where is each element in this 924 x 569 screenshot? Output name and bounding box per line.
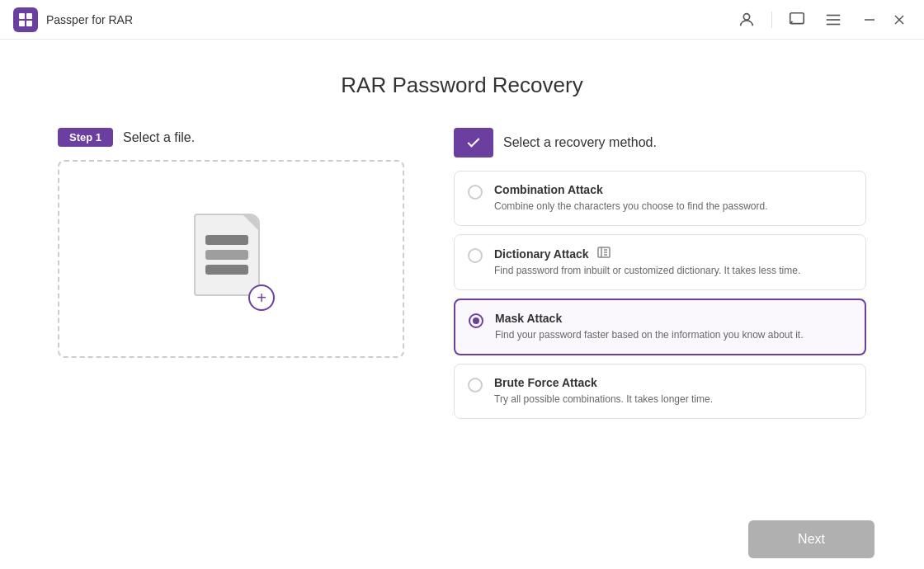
menu-icon[interactable]	[822, 8, 845, 31]
radio-combination[interactable]	[468, 185, 483, 200]
rar-bar-1	[205, 235, 248, 245]
title-bar-right	[735, 8, 911, 31]
option-brute-title: Brute Force Attack	[494, 376, 852, 389]
svg-rect-3	[26, 21, 32, 26]
option-mask[interactable]: Mask Attack Find your password faster ba…	[454, 299, 866, 355]
option-mask-text: Mask Attack Find your password faster ba…	[495, 312, 851, 342]
file-drop-zone[interactable]: +	[58, 160, 404, 358]
radio-mask[interactable]	[469, 313, 483, 328]
option-combination[interactable]: Combination Attack Combine only the char…	[454, 171, 866, 226]
option-dictionary[interactable]: Dictionary Attack	[454, 234, 866, 290]
dictionary-extra-icon	[597, 247, 610, 261]
window-controls	[858, 8, 911, 31]
option-combination-title: Combination Attack	[494, 183, 852, 196]
main-content: RAR Password Recovery Step 1 Select a fi…	[0, 40, 924, 510]
option-combination-text: Combination Attack Combine only the char…	[494, 183, 852, 214]
svg-rect-0	[19, 13, 25, 19]
rar-bar-3	[205, 265, 248, 275]
account-icon[interactable]	[735, 8, 758, 31]
app-logo	[13, 7, 38, 32]
svg-rect-1	[26, 13, 32, 19]
radio-dictionary[interactable]	[468, 248, 483, 263]
app-title: Passper for RAR	[46, 13, 133, 26]
page-title: RAR Password Recovery	[341, 73, 582, 98]
step1-badge: Step 1	[58, 128, 113, 147]
rar-icon-wrapper: +	[194, 214, 268, 304]
left-column: Step 1 Select a file. +	[58, 128, 404, 419]
option-mask-title: Mask Attack	[495, 312, 851, 325]
option-dictionary-desc: Find password from inbuilt or customized…	[494, 263, 852, 278]
add-file-icon: +	[248, 284, 275, 311]
right-column: Select a recovery method. Combination At…	[454, 128, 866, 419]
rar-bar-2	[205, 250, 248, 260]
svg-rect-2	[19, 21, 25, 26]
separator	[771, 12, 772, 28]
step2-header: Select a recovery method.	[454, 128, 866, 158]
step1-header: Step 1 Select a file.	[58, 128, 404, 147]
option-mask-desc: Find your password faster based on the i…	[495, 327, 851, 342]
footer: Next	[0, 510, 924, 569]
option-dictionary-text: Dictionary Attack	[494, 247, 852, 278]
two-column-layout: Step 1 Select a file. +	[58, 128, 866, 419]
chat-icon[interactable]	[785, 8, 808, 31]
option-dictionary-title: Dictionary Attack	[494, 247, 852, 261]
check-badge	[454, 128, 493, 158]
rar-file-icon: +	[194, 214, 268, 304]
step2-label: Select a recovery method.	[503, 135, 657, 150]
option-brute-text: Brute Force Attack Try all possible comb…	[494, 376, 852, 407]
title-bar: Passper for RAR	[0, 0, 924, 40]
next-button[interactable]: Next	[748, 520, 874, 558]
step1-label: Select a file.	[123, 130, 195, 145]
close-button[interactable]	[888, 8, 911, 31]
svg-point-4	[743, 13, 749, 19]
option-brute-desc: Try all possible combinations. It takes …	[494, 392, 852, 407]
file-page	[194, 214, 260, 296]
minimize-button[interactable]	[858, 8, 881, 31]
title-bar-left: Passper for RAR	[13, 7, 133, 32]
option-brute[interactable]: Brute Force Attack Try all possible comb…	[454, 364, 866, 419]
recovery-options: Combination Attack Combine only the char…	[454, 171, 866, 419]
radio-brute[interactable]	[468, 378, 483, 393]
option-combination-desc: Combine only the characters you choose t…	[494, 199, 852, 214]
